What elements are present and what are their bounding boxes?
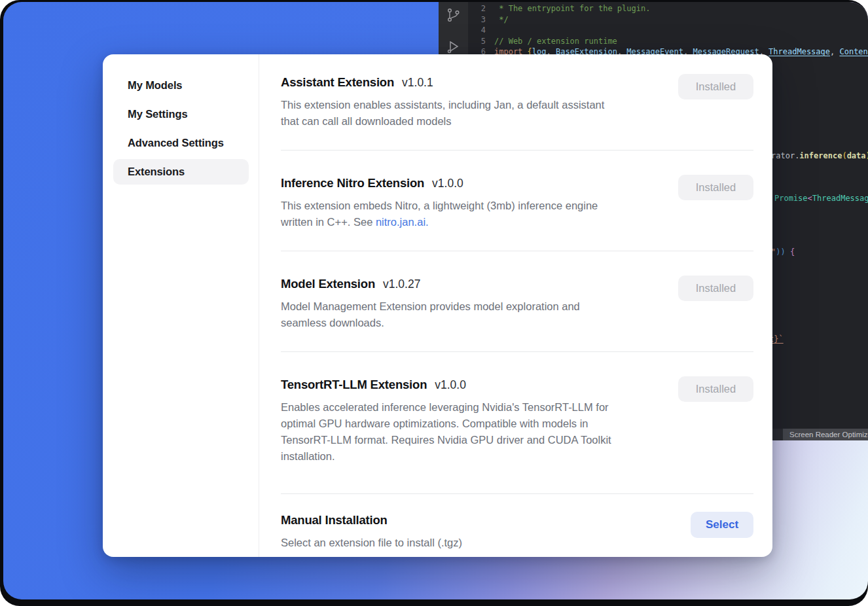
line-number: 3: [468, 14, 486, 26]
extension-version: v1.0.0: [435, 378, 466, 391]
manual-installation-description: Select an extension file to install (.tg…: [281, 535, 462, 551]
code-line: 4: [468, 25, 868, 36]
extension-version: v1.0.27: [383, 277, 420, 291]
extension-description: Enables accelerated inference leveraging…: [281, 399, 611, 465]
extensions-list: Assistant Extensionv1.0.1 This extension…: [259, 54, 772, 557]
settings-card: My Models My Settings Advanced Settings …: [103, 54, 772, 557]
code-fragment: ")) {: [771, 247, 795, 257]
gradient-background: 2 * The entrypoint for the plugin. 3 */ …: [3, 2, 868, 599]
code-text: // Web / extension runtime: [494, 36, 617, 47]
source-control-icon[interactable]: [446, 7, 461, 24]
extension-description: This extension enables assistants, inclu…: [281, 97, 604, 130]
extension-title: Assistant Extension: [281, 75, 394, 89]
manual-installation-row: Manual Installation Select an extension …: [281, 493, 753, 562]
extension-row: Model Extensionv1.0.27 Model Management …: [281, 251, 753, 351]
extension-row: Assistant Extensionv1.0.1 This extension…: [281, 74, 753, 150]
screen-reader-status-item[interactable]: Screen Reader Optimize: [783, 429, 868, 440]
select-file-button[interactable]: Select: [691, 512, 753, 538]
sidebar-item-my-settings[interactable]: My Settings: [113, 101, 249, 127]
sidebar-item-advanced-settings[interactable]: Advanced Settings: [113, 130, 249, 156]
sidebar-item-my-models[interactable]: My Models: [113, 73, 249, 98]
settings-sidebar: My Models My Settings Advanced Settings …: [103, 54, 259, 557]
installed-button[interactable]: Installed: [678, 276, 753, 301]
code-area: 2 * The entrypoint for the plugin. 3 */ …: [468, 3, 868, 58]
code-text: */: [494, 14, 509, 26]
extension-description: This extension embeds Nitro, a lightweig…: [281, 198, 598, 230]
run-debug-icon[interactable]: [445, 37, 462, 56]
sidebar-item-extensions[interactable]: Extensions: [113, 159, 249, 185]
installed-button[interactable]: Installed: [678, 74, 753, 99]
installed-button[interactable]: Installed: [678, 376, 753, 402]
hero-frame: 2 * The entrypoint for the plugin. 3 */ …: [0, 0, 868, 606]
extension-title: Model Extension: [281, 277, 375, 291]
extension-title: Inference Nitro Extension: [281, 176, 424, 190]
extension-version: v1.0.0: [432, 177, 463, 190]
extension-row: TensortRT-LLM Extensionv1.0.0 Enables ac…: [281, 351, 753, 493]
code-fragment: rator.inference(data));: [771, 151, 868, 160]
extension-description: Model Management Extension provides mode…: [281, 298, 580, 331]
extension-title: TensortRT-LLM Extension: [281, 378, 427, 391]
code-fragment: Promise<ThreadMessage>: [774, 194, 868, 203]
line-number: 2: [468, 3, 486, 14]
code-line: 2 * The entrypoint for the plugin.: [468, 3, 868, 14]
line-number: 4: [468, 25, 486, 36]
nitro-jan-ai-link[interactable]: nitro.jan.ai.: [376, 216, 429, 228]
extension-row: Inference Nitro Extensionv1.0.0 This ext…: [281, 150, 753, 251]
extension-version: v1.0.1: [402, 76, 433, 89]
installed-button[interactable]: Installed: [678, 175, 753, 200]
manual-installation-title: Manual Installation: [281, 513, 388, 527]
code-text: * The entrypoint for the plugin.: [494, 3, 650, 14]
code-line: 3 */: [468, 14, 868, 26]
code-line: 5 // Web / extension runtime: [468, 36, 868, 47]
line-number: 5: [468, 36, 486, 47]
